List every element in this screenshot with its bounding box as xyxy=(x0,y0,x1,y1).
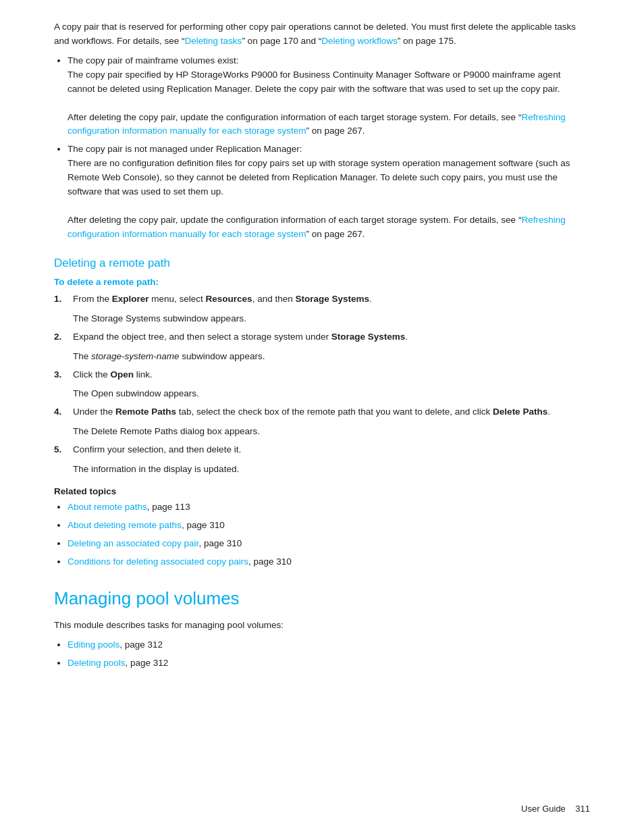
step-2: Expand the object tree, and then select … xyxy=(54,330,590,344)
bullet-item-2: The copy pair is not managed under Repli… xyxy=(68,142,590,241)
step-3: Click the Open link. xyxy=(54,368,590,382)
step-4-bold-remote: Remote Paths xyxy=(115,407,176,417)
step-2-sub: The storage-system-name subwindow appear… xyxy=(73,350,590,364)
intro-bullet-list: The copy pair of mainframe volumes exist… xyxy=(68,54,590,242)
section-heading-deleting-remote-path: Deleting a remote path xyxy=(54,257,590,270)
chapter-heading-managing-pool-volumes: Managing pool volumes xyxy=(54,588,590,609)
related-topics-heading: Related topics xyxy=(54,486,590,496)
step-4: Under the Remote Paths tab, select the c… xyxy=(54,405,590,419)
deleting-tasks-link[interactable]: Deleting tasks xyxy=(185,36,242,46)
about-remote-paths-link[interactable]: About remote paths xyxy=(68,502,147,512)
step-2-bold-storage: Storage Systems xyxy=(331,332,406,342)
step-list: From the Explorer menu, select Resources… xyxy=(54,292,590,307)
step-1-sub: The Storage Systems subwindow appears. xyxy=(73,312,590,326)
step-5-text: Confirm your selection, and then delete … xyxy=(73,443,590,457)
about-deleting-remote-paths-link[interactable]: About deleting remote paths xyxy=(68,520,182,530)
step-4-text: Under the Remote Paths tab, select the c… xyxy=(73,405,590,419)
step-3-bold-open: Open xyxy=(111,369,134,380)
step-3-sub: The Open subwindow appears. xyxy=(73,387,590,401)
step-1-bold-explorer: Explorer xyxy=(112,294,149,304)
editing-pools-link[interactable]: Editing pools xyxy=(68,640,119,650)
step-4-sub: The Delete Remote Paths dialog box appea… xyxy=(73,425,590,439)
deleting-associated-copy-pair-link[interactable]: Deleting an associated copy pair xyxy=(68,538,198,548)
bullet2-after-text: After deleting the copy pair, update the… xyxy=(68,215,566,239)
footer-label: User Guide xyxy=(521,804,566,814)
chapter-links-list: Editing pools, page 312 Deleting pools, … xyxy=(68,638,590,671)
refreshing-link-2[interactable]: Refreshing configuration information man… xyxy=(68,215,566,239)
step-list-2: Expand the object tree, and then select … xyxy=(54,330,590,344)
step-1: From the Explorer menu, select Resources… xyxy=(54,292,590,307)
related-topics-list: About remote paths, page 113 About delet… xyxy=(68,500,590,569)
step-1-text: From the Explorer menu, select Resources… xyxy=(73,292,590,307)
step-5: Confirm your selection, and then delete … xyxy=(54,443,590,457)
deleting-pools-link[interactable]: Deleting pools xyxy=(68,658,126,668)
bullet1-label: The copy pair of mainframe volumes exist… xyxy=(68,55,239,66)
bullet1-text: The copy pair specified by HP StorageWor… xyxy=(68,70,560,94)
step-list-3: Click the Open link. xyxy=(54,368,590,382)
related-link-2: About deleting remote paths, page 310 xyxy=(68,519,590,533)
deleting-workflows-link[interactable]: Deleting workflows xyxy=(321,36,398,46)
chapter-intro: This module describes tasks for managing… xyxy=(54,619,590,633)
step-1-bold-resources: Resources xyxy=(206,294,252,304)
step-1-bold-storage: Storage Systems xyxy=(295,294,369,304)
bullet2-label: The copy pair is not managed under Repli… xyxy=(68,144,302,154)
chapter-link-2: Deleting pools, page 312 xyxy=(68,656,590,671)
related-link-1: About remote paths, page 113 xyxy=(68,500,590,515)
step-list-5: Confirm your selection, and then delete … xyxy=(54,443,590,457)
step-4-bold-delete: Delete Paths xyxy=(493,407,547,417)
bullet2-text: There are no configuration definition fi… xyxy=(68,158,570,197)
step-5-sub: The information in the display is update… xyxy=(73,463,590,477)
step-2-text: Expand the object tree, and then select … xyxy=(73,330,590,344)
footer-page-number: 311 xyxy=(575,804,590,814)
step-2-sub-italic: storage-system-name xyxy=(91,351,180,361)
page-footer: User Guide 311 xyxy=(521,804,590,814)
refreshing-link-1[interactable]: Refreshing configuration information man… xyxy=(68,112,566,136)
step-3-text: Click the Open link. xyxy=(73,368,590,382)
intro-paragraph-1: A copy pair that is reserved for perform… xyxy=(54,20,590,49)
conditions-for-deleting-link[interactable]: Conditions for deleting associated copy … xyxy=(68,556,248,567)
procedure-heading: To delete a remote path: xyxy=(54,277,590,287)
bullet1-after-text: After deleting the copy pair, update the… xyxy=(68,112,566,136)
related-link-3: Deleting an associated copy pair, page 3… xyxy=(68,537,590,551)
related-link-4: Conditions for deleting associated copy … xyxy=(68,555,590,569)
chapter-link-1: Editing pools, page 312 xyxy=(68,638,590,652)
bullet-item-1: The copy pair of mainframe volumes exist… xyxy=(68,54,590,139)
step-list-4: Under the Remote Paths tab, select the c… xyxy=(54,405,590,419)
page-container: A copy pair that is reserved for perform… xyxy=(0,0,644,834)
